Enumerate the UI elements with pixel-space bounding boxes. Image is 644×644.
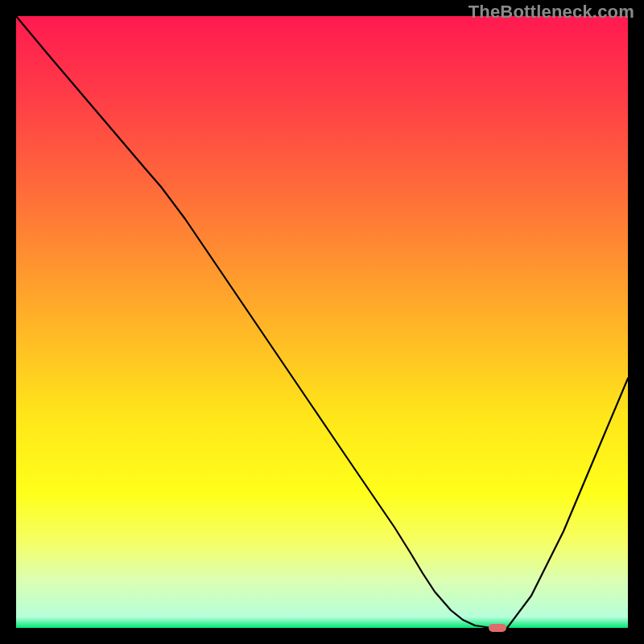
chart-container: TheBottleneck.com xyxy=(0,0,644,644)
plot-background xyxy=(16,16,628,628)
optimal-marker xyxy=(489,624,506,632)
watermark-text: TheBottleneck.com xyxy=(469,2,634,23)
bottleneck-chart xyxy=(0,0,644,644)
